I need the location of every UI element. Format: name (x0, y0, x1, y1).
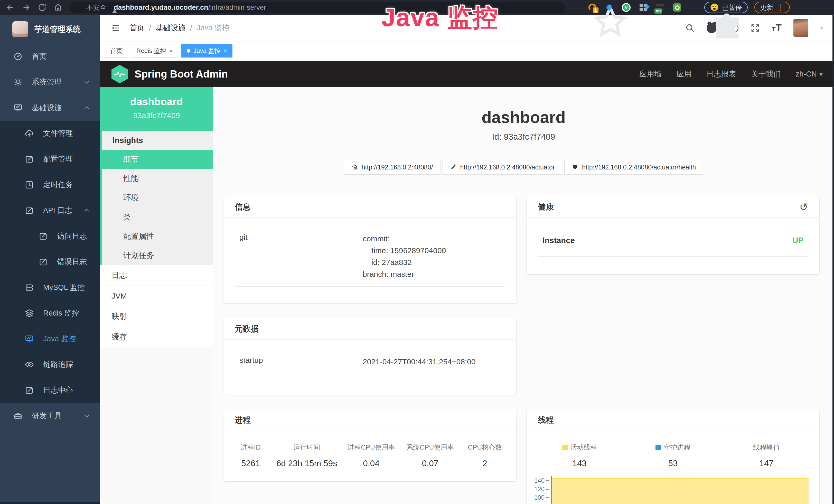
forward-icon[interactable] (22, 3, 31, 12)
url-text: dashboard.yudao.iocoder.cn/infra/admin-s… (114, 4, 266, 12)
sidebar-item-infra[interactable]: 基础设施 (0, 95, 100, 121)
font-size-icon[interactable]: TT (772, 23, 782, 33)
git-id-line: id: 27aa832 (371, 256, 505, 268)
info-key: git (239, 233, 363, 280)
health-card: 健康 ↺ Instance UP (527, 196, 819, 274)
sidebar-item-java-active[interactable]: Java 监控 (0, 326, 100, 352)
breadcrumb-infra[interactable]: 基础设施 (156, 23, 185, 33)
stat-process-cpu: 进程CPU使用率 0.04 (342, 443, 401, 468)
menu-item-classes[interactable]: 类 (102, 207, 213, 227)
sidebar-item-apilog[interactable]: API 日志 (0, 198, 100, 223)
sba-brand-title[interactable]: Spring Boot Admin (135, 68, 228, 80)
stat-value: 2 (460, 459, 510, 468)
menu-item-mappings[interactable]: 映射 (100, 306, 213, 327)
sba-nav-journal[interactable]: 日志报表 (706, 69, 736, 79)
chevron-down-icon: ▾ (819, 70, 823, 78)
actuator-url-button[interactable]: http://192.168.0.2:48080/actuator (443, 160, 562, 175)
extension-grid-icon[interactable] (638, 2, 648, 13)
table-row: git commit: time: 1596289704000 id: 27aa… (235, 233, 505, 287)
menu-item-metrics[interactable]: 性能 (102, 169, 213, 188)
tab-redis-monitor[interactable]: Redis 监控× (131, 44, 178, 58)
home-icon (351, 164, 358, 170)
sba-content: dashboard 93a3fc7f7409 Insights 细节 性能 环境… (100, 87, 834, 504)
tab-java-monitor-active[interactable]: Java 监控× (181, 44, 233, 58)
extension-v-icon[interactable]: v (621, 2, 631, 13)
menu-item-logs[interactable]: 日志 (100, 265, 213, 286)
history-icon[interactable]: ↺ (799, 202, 808, 212)
log-edit-icon (25, 206, 34, 215)
sba-nav-about[interactable]: 关于我们 (751, 69, 781, 79)
paused-chip[interactable]: 😮 已暂停 (704, 2, 748, 13)
extension-pin-icon[interactable] (604, 2, 614, 13)
back-icon[interactable] (6, 3, 15, 12)
browser-actions: 1 v on 😮 已暂停 更新 ⋮ (572, 2, 790, 13)
stat-value: 0.04 (342, 459, 401, 468)
browser-menu-kebab-icon[interactable]: ⋮ (776, 3, 784, 12)
extension-colorzilla-icon[interactable]: 1 (587, 2, 597, 13)
not-secure-warning-icon (76, 4, 83, 11)
legend-peak-threads: 线程峰值 147 (720, 443, 813, 468)
breadcrumb-separator: / (190, 24, 192, 32)
metadata-body: startup 2021-04-27T00:44:31.254+08:00 (223, 340, 516, 374)
sidebar-item-redis[interactable]: Redis 监控 (0, 300, 100, 326)
sba-nav-applications[interactable]: 应用 (677, 69, 692, 79)
sidebar-item-config[interactable]: 配置管理 (0, 146, 100, 172)
extension-onetab-icon[interactable]: on (655, 2, 665, 13)
sidebar-brand[interactable]: 芋道管理系统 (0, 15, 100, 44)
reload-icon[interactable] (38, 3, 47, 12)
tab-label: 首页 (110, 47, 123, 55)
collapse-sidebar-icon[interactable] (111, 23, 121, 33)
window-right-edge (832, 15, 834, 504)
health-instance-label: Instance (543, 236, 575, 245)
extension-seo-icon[interactable] (672, 2, 682, 13)
menu-item-jvm[interactable]: JVM (100, 286, 213, 306)
menu-item-details-active[interactable]: 细节 (102, 150, 213, 169)
log-edit-icon (25, 386, 34, 395)
menu-item-scheduled-tasks[interactable]: 计划任务 (102, 246, 213, 265)
home-icon[interactable] (53, 3, 63, 12)
stat-pid: 进程ID 5261 (229, 443, 272, 468)
stat-value: 147 (720, 459, 813, 468)
sidebar-item-logcenter[interactable]: 日志中心 (0, 377, 100, 403)
extensions-puzzle-icon[interactable] (689, 3, 698, 12)
avatar-caret-icon[interactable]: ▾ (820, 24, 823, 31)
sidebar-item-label: 配置管理 (43, 154, 73, 164)
menu-item-caches[interactable]: 缓存 (100, 327, 213, 347)
update-chip[interactable]: 更新 ⋮ (754, 2, 790, 13)
chevron-up-icon (83, 104, 90, 111)
sidebar-item-devtools[interactable]: 研发工具 (0, 403, 100, 429)
heart-icon (572, 164, 578, 170)
card-title: 信息 (235, 202, 251, 212)
sidebar-item-file[interactable]: 文件管理 (0, 121, 100, 146)
yellow-swatch-icon (562, 445, 568, 450)
insights-section-title: Insights (102, 131, 213, 150)
sba-nav-wallboard[interactable]: 应用墙 (639, 69, 662, 79)
tab-home[interactable]: 首页 (105, 44, 128, 58)
user-avatar[interactable] (793, 19, 808, 37)
bookmark-star-icon[interactable] (572, 3, 580, 12)
sidebar-item-job[interactable]: 定时任务 (0, 172, 100, 198)
menu-item-environment[interactable]: 环境 (102, 188, 213, 207)
sidebar-item-mysql[interactable]: MySQL 监控 (0, 275, 100, 300)
health-url-button[interactable]: http://192.168.0.2:48080/actuator/health (564, 160, 703, 175)
sidebar-item-system[interactable]: 系统管理 (0, 69, 100, 95)
chevron-down-icon (83, 412, 90, 419)
close-icon[interactable]: × (223, 47, 227, 54)
sidebar-item-trace[interactable]: 链路追踪 (0, 352, 100, 377)
gauge-icon (13, 52, 23, 61)
sidebar-item-accesslog[interactable]: 访问日志 (0, 223, 100, 249)
git-time-line: time: 1596289704000 (371, 245, 505, 256)
sidebar-item-label: 首页 (32, 51, 47, 62)
menu-item-configprops[interactable]: 配置属性 (102, 227, 213, 246)
sba-locale-select[interactable]: zh-CN ▾ (796, 70, 823, 78)
breadcrumb-home[interactable]: 首页 (129, 23, 144, 33)
extension-badge: 1 (593, 7, 598, 13)
process-card: 进程 进程ID 5261 运行时间 6d 23h 15m 59s (223, 409, 516, 481)
sidebar-item-home[interactable]: 首页 (0, 44, 100, 69)
sidebar-item-errorlog[interactable]: 错误日志 (0, 249, 100, 275)
stat-value: 143 (533, 459, 626, 468)
service-url-button[interactable]: http://192.168.0.2:48080/ (344, 160, 440, 175)
paused-label: 已暂停 (722, 3, 742, 12)
url-domain: dashboard.yudao.iocoder.cn (114, 4, 208, 11)
close-icon[interactable]: × (169, 47, 173, 54)
